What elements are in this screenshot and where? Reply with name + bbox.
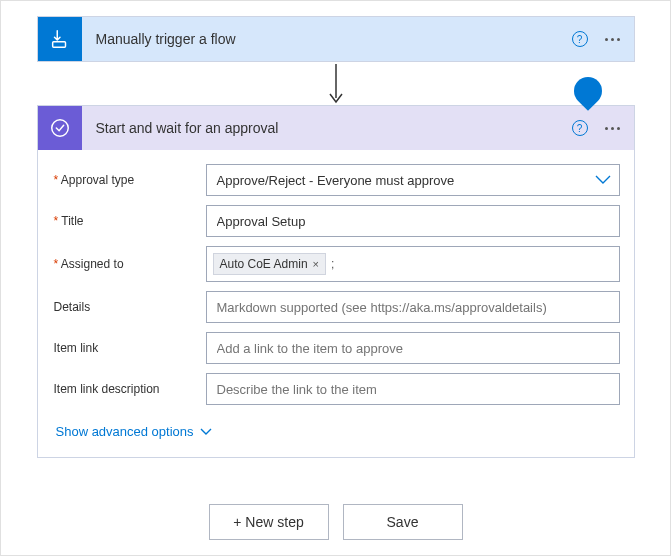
svg-point-2: [51, 120, 68, 137]
assigned-to-input[interactable]: Auto CoE Admin × ;: [206, 246, 620, 282]
chip-suffix: ;: [331, 257, 334, 271]
trigger-title: Manually trigger a flow: [82, 31, 572, 47]
field-details: Details: [52, 291, 620, 323]
trigger-card: Manually trigger a flow ?: [37, 16, 635, 62]
trigger-icon: [38, 17, 82, 61]
details-label: Details: [52, 300, 206, 314]
field-approval-type: Approval type Approve/Reject - Everyone …: [52, 164, 620, 196]
flow-checker-indicator-icon[interactable]: [568, 71, 608, 111]
chevron-down-icon: [595, 174, 611, 186]
show-advanced-link[interactable]: Show advanced options: [52, 414, 620, 453]
action-card-body: Approval type Approve/Reject - Everyone …: [38, 150, 634, 457]
title-label: Title: [52, 214, 206, 228]
connector-arrow-area: [21, 62, 650, 105]
approval-type-value: Approve/Reject - Everyone must approve: [217, 173, 455, 188]
action-card-header[interactable]: Start and wait for an approval ?: [38, 106, 634, 150]
more-menu-icon[interactable]: [602, 38, 624, 41]
show-advanced-label: Show advanced options: [56, 424, 194, 439]
approval-type-label: Approval type: [52, 173, 206, 187]
arrow-down-icon: [328, 62, 344, 105]
remove-chip-icon[interactable]: ×: [313, 258, 319, 270]
approval-icon: [38, 106, 82, 150]
item-link-desc-input[interactable]: [206, 373, 620, 405]
chip-label: Auto CoE Admin: [220, 257, 308, 271]
help-icon[interactable]: ?: [572, 120, 588, 136]
help-icon[interactable]: ?: [572, 31, 588, 47]
field-assigned-to: Assigned to Auto CoE Admin × ;: [52, 246, 620, 282]
trigger-card-header[interactable]: Manually trigger a flow ?: [38, 17, 634, 61]
new-step-button[interactable]: + New step: [209, 504, 329, 540]
flow-designer-canvas: Manually trigger a flow ? Start and wait…: [0, 0, 671, 556]
action-card: Start and wait for an approval ? Approva…: [37, 105, 635, 458]
action-title: Start and wait for an approval: [82, 120, 572, 136]
title-input[interactable]: [206, 205, 620, 237]
save-button[interactable]: Save: [343, 504, 463, 540]
footer-actions: + New step Save: [21, 504, 650, 540]
assigned-to-chip: Auto CoE Admin ×: [213, 253, 327, 275]
svg-rect-0: [52, 42, 65, 48]
approval-type-select[interactable]: Approve/Reject - Everyone must approve: [206, 164, 620, 196]
field-title: Title: [52, 205, 620, 237]
more-menu-icon[interactable]: [602, 127, 624, 130]
details-input[interactable]: [206, 291, 620, 323]
item-link-input[interactable]: [206, 332, 620, 364]
field-item-link-desc: Item link description: [52, 373, 620, 405]
assigned-to-label: Assigned to: [52, 257, 206, 271]
item-link-label: Item link: [52, 341, 206, 355]
item-link-desc-label: Item link description: [52, 382, 206, 396]
field-item-link: Item link: [52, 332, 620, 364]
chevron-down-icon: [200, 428, 212, 436]
